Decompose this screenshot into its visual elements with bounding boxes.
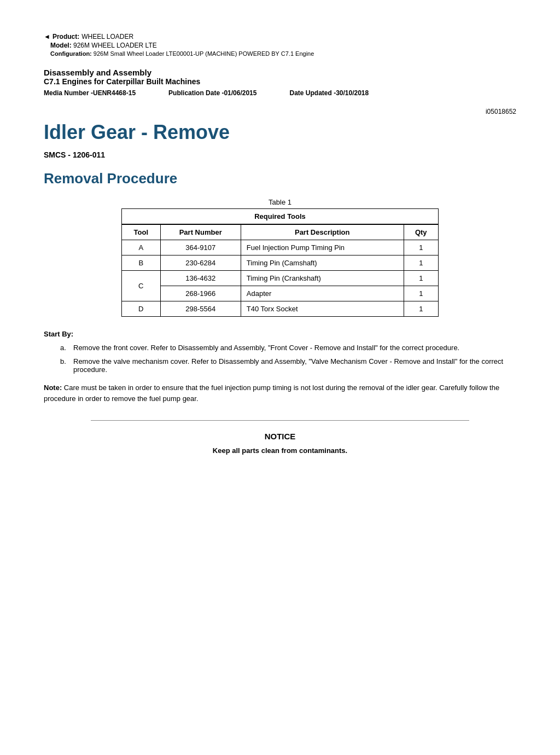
media-number: Media Number -UENR4468-15 [44,89,136,97]
table-row: A 364-9107 Fuel Injection Pump Timing Pi… [122,240,439,255]
col-part-description: Part Description [241,224,404,240]
pub-date: Publication Date -01/06/2015 [168,89,256,97]
part-desc-c1: Timing Pin (Crankshaft) [241,271,404,286]
config-label: Configuration: [50,50,92,57]
arrow-icon: ◄ [44,33,50,40]
tool-d: D [122,301,161,317]
list-item: a. Remove the front cover. Refer to Disa… [60,344,516,352]
part-number-d: 298-5564 [160,301,241,317]
note-label: Note: [44,384,62,392]
qty-c1: 1 [404,271,438,286]
required-tools-table: Required Tools Tool Part Number Part Des… [121,208,439,317]
table-row: B 230-6284 Timing Pin (Camshaft) 1 [122,255,439,271]
date-updated: Date Updated -30/10/2018 [289,89,369,97]
product-value: WHEEL LOADER [81,33,133,40]
list-text-b: Remove the valve mechanism cover. Refer … [73,357,516,374]
start-by-label: Start By: [44,330,516,338]
column-headers-row: Tool Part Number Part Description Qty [122,224,439,240]
config-value: 926M Small Wheel Loader LTE00001-UP (MAC… [94,50,314,57]
model-label: Model: [50,42,72,49]
section-divider [91,420,469,421]
table-row: D 298-5564 T40 Torx Socket 1 [122,301,439,317]
note-text: Care must be taken in order to ensure th… [44,384,499,403]
tool-b: B [122,255,161,271]
part-number-a: 364-9107 [160,240,241,255]
col-qty: Qty [404,224,438,240]
col-tool: Tool [122,224,161,240]
table-row: C 136-4632 Timing Pin (Crankshaft) 1 [122,271,439,286]
part-desc-c2: Adapter [241,286,404,301]
col-part-number: Part Number [160,224,241,240]
tool-a: A [122,240,161,255]
qty-c2: 1 [404,286,438,301]
part-number-c2: 268-1966 [160,286,241,301]
part-desc-d: T40 Torx Socket [241,301,404,317]
doc-subtitle: C7.1 Engines for Caterpillar Built Machi… [44,77,516,86]
notice-title: NOTICE [44,432,516,441]
part-number-b: 230-6284 [160,255,241,271]
header-section: ◄ Product: WHEEL LOADER Model: 926M WHEE… [44,33,516,57]
qty-d: 1 [404,301,438,317]
doc-id: i05018652 [44,108,516,115]
table-caption: Table 1 [44,198,516,206]
list-item: b. Remove the valve mechanism cover. Ref… [60,357,516,374]
part-desc-a: Fuel Injection Pump Timing Pin [241,240,404,255]
qty-a: 1 [404,240,438,255]
list-label-a: a. [60,344,69,352]
part-number-c1: 136-4632 [160,271,241,286]
doc-title-section: Disassembly and Assembly C7.1 Engines fo… [44,68,516,97]
qty-b: 1 [404,255,438,271]
section-title: Removal Procedure [44,170,516,187]
notice-text: Keep all parts clean from contaminants. [44,446,516,455]
part-desc-b: Timing Pin (Camshaft) [241,255,404,271]
tool-c: C [122,271,161,301]
notice-section: NOTICE Keep all parts clean from contami… [44,432,516,455]
smcs-value: 1206-011 [73,150,105,159]
header-product-line: ◄ Product: WHEEL LOADER [44,33,516,40]
list-label-b: b. [60,357,69,374]
page-title: Idler Gear - Remove [44,121,516,144]
doc-title: Disassembly and Assembly [44,68,516,77]
product-label: Product: [52,33,79,40]
start-by-list: a. Remove the front cover. Refer to Disa… [60,344,516,374]
smcs-label: SMCS - [44,150,71,159]
model-value: 926M WHEEL LOADER LTE [73,42,157,49]
list-text-a: Remove the front cover. Refer to Disasse… [73,344,459,352]
note-section: Note: Care must be taken in order to ens… [44,382,516,404]
header-model-line: Model: 926M WHEEL LOADER LTE [50,42,516,49]
header-config-line: Configuration: 926M Small Wheel Loader L… [50,50,516,57]
required-tools-header-row: Required Tools [122,209,439,225]
table-row: 268-1966 Adapter 1 [122,286,439,301]
smcs-line: SMCS - 1206-011 [44,150,516,159]
meta-row: Media Number -UENR4468-15 Publication Da… [44,89,516,97]
required-tools-label: Required Tools [122,209,439,225]
